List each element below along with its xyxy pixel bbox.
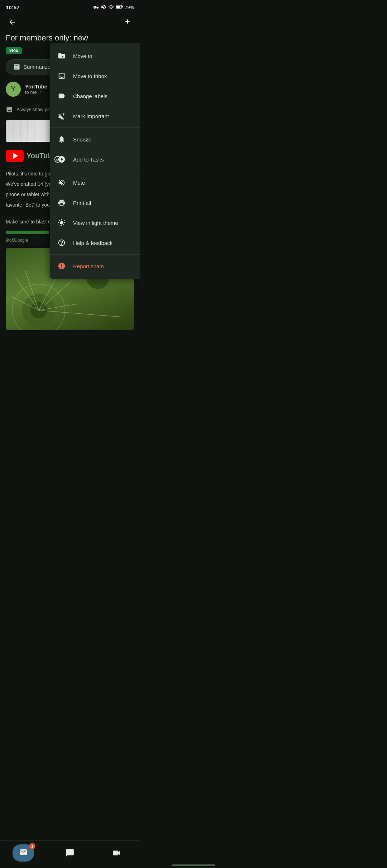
mark-important-label: Mark important: [73, 113, 109, 119]
status-icons: 79%: [93, 4, 134, 10]
menu-item-add-to-tasks[interactable]: Add to Tasks: [50, 149, 140, 169]
help-icon: [57, 238, 66, 247]
menu-item-report-spam[interactable]: Report spam: [50, 256, 140, 276]
volume-mute-icon: [101, 4, 106, 10]
menu-item-print-all[interactable]: Print all: [50, 193, 140, 213]
menu-item-help-feedback[interactable]: Help & feedback: [50, 233, 140, 253]
spam-icon: [57, 262, 66, 270]
menu-divider-3: [50, 254, 140, 255]
youtube-icon: [6, 150, 24, 162]
move-to-label: Move to: [73, 53, 92, 59]
email-title: For members only: new: [6, 33, 134, 43]
status-time: 10:57: [6, 4, 19, 10]
help-feedback-label: Help & feedback: [73, 240, 113, 246]
status-bar: 10:57 79%: [0, 0, 140, 13]
email-top-bar: [6, 13, 134, 33]
inbox-icon: [57, 72, 66, 80]
view-light-theme-label: View in light theme: [73, 220, 118, 226]
add-to-tasks-label: Add to Tasks: [73, 156, 104, 163]
move-to-icon: [57, 52, 66, 60]
chevron-down-icon: [38, 90, 43, 95]
menu-item-mute[interactable]: Mute: [50, 173, 140, 193]
wifi-icon: [108, 4, 114, 10]
menu-item-view-light-theme[interactable]: View in light theme: [50, 213, 140, 233]
menu-item-mark-important[interactable]: Mark important: [50, 106, 140, 126]
theme-icon: [57, 218, 66, 227]
context-menu: Move to Move to Inbox Change labels Mark…: [50, 43, 140, 279]
image-icon: [6, 106, 13, 113]
snooze-label: Snooze: [73, 136, 91, 143]
snooze-icon: [57, 135, 66, 144]
change-labels-label: Change labels: [73, 93, 108, 99]
print-icon: [57, 198, 66, 207]
email-green-link[interactable]: [6, 231, 49, 234]
email-tag: 9to5: [6, 47, 22, 54]
menu-item-move-to[interactable]: Move to: [50, 46, 140, 66]
back-button[interactable]: [6, 16, 19, 29]
report-spam-label: Report spam: [73, 263, 104, 269]
mute-icon: [57, 178, 66, 187]
menu-divider-2: [50, 171, 140, 171]
mute-label: Mute: [73, 180, 85, 186]
move-to-inbox-label: Move to Inbox: [73, 73, 107, 79]
sender-name: YouTube: [25, 83, 47, 90]
tasks-icon: [57, 155, 66, 164]
svg-rect-2: [122, 6, 123, 7]
menu-item-snooze[interactable]: Snooze: [50, 129, 140, 149]
label-icon: [57, 92, 66, 100]
sender-avatar: Y: [6, 82, 21, 97]
menu-divider-1: [50, 127, 140, 128]
important-icon: [57, 112, 66, 120]
battery-percent: 79%: [125, 5, 134, 10]
key-icon: [93, 4, 99, 10]
menu-item-move-to-inbox[interactable]: Move to Inbox: [50, 66, 140, 86]
play-icon: [13, 153, 18, 159]
sparkle-button[interactable]: [121, 16, 134, 29]
svg-rect-1: [116, 6, 120, 8]
summarize-icon: [13, 63, 20, 71]
menu-item-change-labels[interactable]: Change labels: [50, 86, 140, 106]
battery-icon: [116, 5, 123, 10]
print-all-label: Print all: [73, 200, 91, 206]
